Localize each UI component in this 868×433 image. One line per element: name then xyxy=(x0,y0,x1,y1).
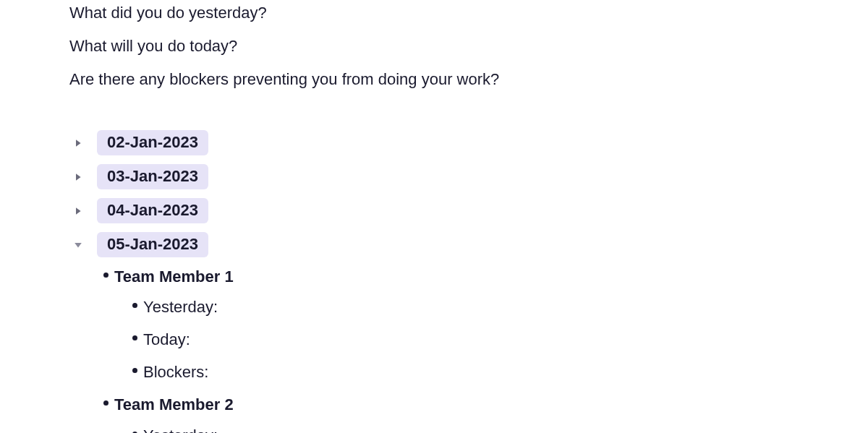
toggle-item: 03-Jan-2023 xyxy=(69,164,868,189)
toggle-item: 04-Jan-2023 xyxy=(69,198,868,223)
toggle-item: 02-Jan-2023 xyxy=(69,130,868,155)
list-item: Team Member 2 xyxy=(97,394,868,416)
list-item: Today: xyxy=(126,329,868,351)
toggle-triangle-down-icon[interactable] xyxy=(69,235,87,255)
field-yesterday: Yesterday: xyxy=(143,296,218,319)
svg-marker-0 xyxy=(76,140,81,147)
toggle-item-expanded: 05-Jan-2023 Team Member 1 Yesterday: Tod… xyxy=(69,232,868,433)
date-pill[interactable]: 02-Jan-2023 xyxy=(97,130,208,155)
list-item: Team Member 1 xyxy=(97,266,868,288)
list-item: Blockers: xyxy=(126,361,868,384)
date-toggle-list: 02-Jan-2023 03-Jan-2023 04-Jan-2023 05-J… xyxy=(69,130,868,433)
svg-marker-2 xyxy=(76,207,81,215)
svg-marker-3 xyxy=(75,243,82,248)
standup-question-yesterday: What did you do yesterday? xyxy=(69,0,868,25)
nested-list: Yesterday: xyxy=(126,425,868,433)
toggle-triangle-icon[interactable] xyxy=(69,133,87,153)
team-member-label: Team Member 1 xyxy=(114,266,234,288)
bullet-icon xyxy=(97,400,114,406)
standup-question-today: What will you do today? xyxy=(69,33,868,59)
field-today: Today: xyxy=(143,329,190,351)
toggle-triangle-icon[interactable] xyxy=(69,167,87,187)
svg-marker-1 xyxy=(76,173,81,181)
expanded-content: Team Member 1 Yesterday: Today: Blockers… xyxy=(97,266,868,433)
toggle-triangle-icon[interactable] xyxy=(69,201,87,221)
list-item: Yesterday: xyxy=(126,296,868,319)
team-member-label: Team Member 2 xyxy=(114,394,234,416)
list-item: Yesterday: xyxy=(126,425,868,433)
field-yesterday: Yesterday: xyxy=(143,425,218,433)
bullet-icon xyxy=(97,273,114,278)
bullet-icon xyxy=(126,303,143,308)
field-blockers: Blockers: xyxy=(143,361,208,384)
document-content: What did you do yesterday? What will you… xyxy=(0,0,868,433)
date-pill[interactable]: 05-Jan-2023 xyxy=(97,232,208,257)
bullet-icon xyxy=(126,335,143,340)
bullet-icon xyxy=(126,368,143,373)
standup-question-blockers: Are there any blockers preventing you fr… xyxy=(69,67,868,92)
date-pill[interactable]: 04-Jan-2023 xyxy=(97,198,208,223)
date-pill[interactable]: 03-Jan-2023 xyxy=(97,164,208,189)
nested-list: Yesterday: Today: Blockers: xyxy=(126,296,868,383)
